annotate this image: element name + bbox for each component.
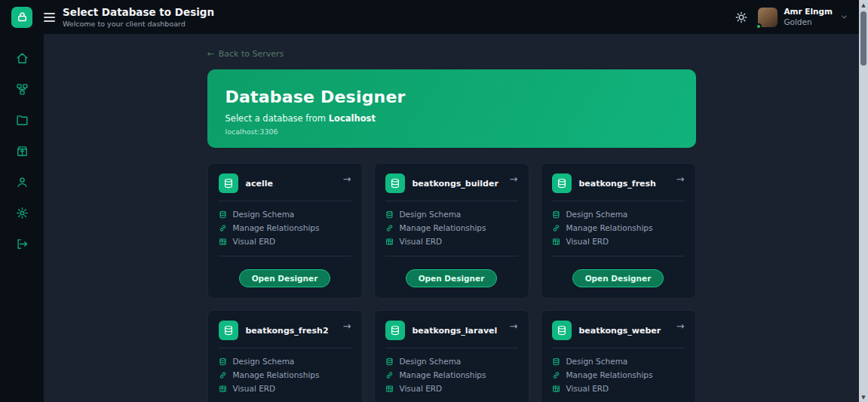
logout-icon bbox=[16, 238, 29, 250]
lock-icon bbox=[17, 11, 28, 23]
feature-design-schema: Design Schema bbox=[219, 207, 351, 221]
database-card[interactable]: beatkongs_builder → Design Schema Manage… bbox=[374, 163, 529, 299]
database-card[interactable]: acelle → Design Schema Manage Relationsh… bbox=[207, 163, 363, 299]
open-arrow-icon[interactable]: → bbox=[676, 321, 685, 332]
database-card[interactable]: beatkongs_laravel → Design Schema Manage… bbox=[374, 310, 529, 402]
online-status-dot bbox=[756, 23, 762, 29]
sidebar-item-databases[interactable] bbox=[16, 145, 29, 158]
table-icon bbox=[552, 238, 560, 246]
database-designer-banner: Database Designer Select a database from… bbox=[207, 69, 696, 148]
database-name: beatkongs_fresh2 bbox=[246, 326, 329, 336]
schema-icon bbox=[219, 358, 227, 366]
open-designer-button[interactable]: Open Designer bbox=[239, 269, 331, 287]
scrollbar[interactable]: ▲ ▼ bbox=[859, 0, 868, 402]
scroll-down-arrow[interactable]: ▼ bbox=[859, 392, 868, 402]
scrollbar-track[interactable] bbox=[859, 66, 868, 392]
database-icon bbox=[557, 325, 567, 336]
chevron-down-icon bbox=[840, 13, 848, 21]
divider bbox=[385, 256, 518, 256]
user-name: Amr Elngm bbox=[784, 7, 833, 17]
avatar bbox=[758, 8, 778, 27]
divider bbox=[552, 256, 685, 256]
sidebar-item-profile[interactable] bbox=[16, 176, 29, 189]
database-icon-badge bbox=[552, 321, 572, 340]
feature-design-schema: Design Schema bbox=[219, 354, 351, 368]
feature-label: Manage Relationships bbox=[233, 370, 320, 379]
feature-label: Design Schema bbox=[233, 357, 295, 366]
app-logo[interactable] bbox=[11, 7, 32, 28]
main-content: ← Back to Servers Database Designer Sele… bbox=[44, 34, 859, 402]
open-arrow-icon[interactable]: → bbox=[676, 173, 685, 185]
link-icon bbox=[385, 371, 394, 379]
page-heading: Select Database to Design Welcome to you… bbox=[63, 6, 214, 28]
link-icon bbox=[552, 371, 560, 379]
divider bbox=[552, 201, 685, 201]
feature-label: Design Schema bbox=[566, 210, 628, 219]
feature-label: Visual ERD bbox=[566, 237, 609, 246]
database-icon bbox=[557, 178, 567, 189]
database-name: beatkongs_laravel bbox=[413, 326, 498, 336]
banner-subtitle: Select a database from Localhost bbox=[225, 113, 678, 124]
package-icon bbox=[16, 145, 29, 158]
open-arrow-icon[interactable]: → bbox=[343, 321, 351, 332]
database-icon bbox=[390, 178, 400, 189]
database-card[interactable]: beatkongs_weber → Design Schema Manage R… bbox=[541, 310, 696, 402]
schema-icon bbox=[552, 358, 560, 366]
sidebar-item-servers[interactable] bbox=[16, 83, 29, 96]
database-icon bbox=[223, 178, 234, 189]
feature-label: Visual ERD bbox=[400, 237, 443, 246]
database-icon-badge bbox=[385, 173, 405, 193]
sidebar-nav bbox=[0, 34, 44, 402]
sidebar-item-projects[interactable] bbox=[16, 114, 29, 127]
menu-toggle-icon[interactable] bbox=[44, 11, 55, 24]
sidebar-item-settings[interactable] bbox=[16, 207, 29, 219]
feature-label: Design Schema bbox=[400, 210, 462, 219]
feature-label: Manage Relationships bbox=[233, 223, 320, 232]
scrollbar-thumb[interactable] bbox=[860, 11, 866, 66]
feature-visual-erd: Visual ERD bbox=[219, 235, 351, 248]
feature-manage-relationships: Manage Relationships bbox=[552, 221, 685, 235]
schema-icon bbox=[219, 210, 227, 219]
sidebar-item-home[interactable] bbox=[16, 52, 29, 65]
home-icon bbox=[16, 52, 29, 65]
database-card[interactable]: beatkongs_fresh → Design Schema Manage R… bbox=[541, 163, 696, 299]
open-designer-button[interactable]: Open Designer bbox=[572, 269, 664, 287]
feature-visual-erd: Visual ERD bbox=[552, 382, 685, 395]
link-icon bbox=[219, 224, 227, 232]
user-info: Amr Elngm Golden bbox=[784, 7, 833, 27]
divider bbox=[552, 348, 685, 348]
feature-visual-erd: Visual ERD bbox=[385, 382, 518, 395]
feature-visual-erd: Visual ERD bbox=[552, 235, 685, 248]
open-arrow-icon[interactable]: → bbox=[343, 173, 351, 185]
open-arrow-icon[interactable]: → bbox=[510, 321, 518, 332]
database-name: acelle bbox=[246, 179, 273, 189]
page-subtitle: Welcome to your client dashboard bbox=[63, 20, 214, 28]
schema-icon bbox=[385, 210, 394, 219]
feature-label: Manage Relationships bbox=[566, 223, 653, 232]
server-name: Localhost bbox=[329, 113, 376, 124]
database-icon-badge bbox=[385, 321, 405, 340]
database-icon-badge bbox=[552, 173, 572, 193]
feature-label: Design Schema bbox=[400, 357, 462, 366]
link-icon bbox=[219, 371, 227, 379]
feature-design-schema: Design Schema bbox=[552, 207, 685, 221]
user-menu[interactable]: Amr Elngm Golden bbox=[758, 7, 848, 27]
feature-label: Visual ERD bbox=[233, 384, 276, 393]
open-designer-button[interactable]: Open Designer bbox=[406, 269, 498, 287]
feature-label: Visual ERD bbox=[400, 384, 443, 393]
open-arrow-icon[interactable]: → bbox=[510, 173, 518, 185]
sidebar-item-logout[interactable] bbox=[16, 238, 29, 250]
scroll-up-arrow[interactable]: ▲ bbox=[859, 0, 868, 10]
theme-toggle-sun-icon[interactable] bbox=[735, 11, 747, 23]
feature-label: Visual ERD bbox=[566, 384, 609, 393]
database-icon bbox=[223, 325, 234, 336]
back-to-servers-link[interactable]: ← Back to Servers bbox=[207, 49, 284, 59]
divider bbox=[385, 201, 518, 201]
feature-manage-relationships: Manage Relationships bbox=[385, 221, 518, 235]
database-card[interactable]: beatkongs_fresh2 → Design Schema Manage … bbox=[207, 310, 363, 402]
user-icon bbox=[16, 176, 29, 189]
table-icon bbox=[219, 385, 227, 393]
feature-label: Manage Relationships bbox=[400, 223, 486, 232]
database-name: beatkongs_builder bbox=[413, 179, 498, 189]
feature-label: Design Schema bbox=[566, 357, 628, 366]
